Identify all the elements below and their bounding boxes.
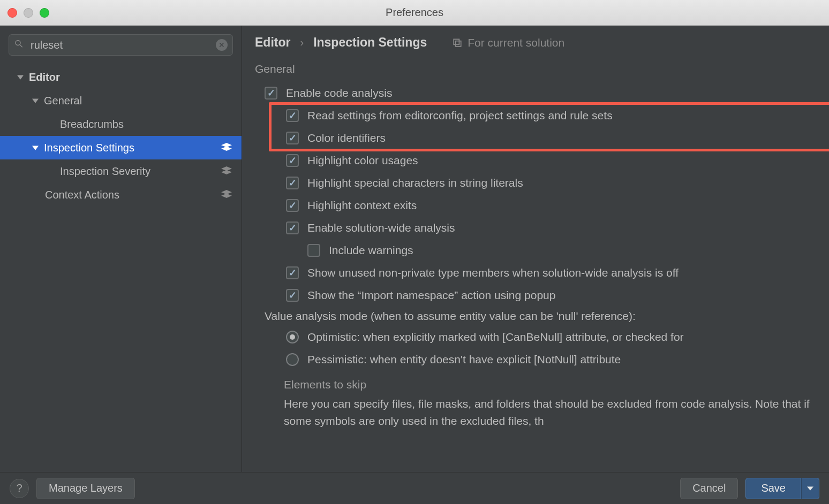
checkbox[interactable]: [286, 199, 299, 212]
checkbox[interactable]: [265, 87, 277, 100]
save-dropdown-button[interactable]: [801, 478, 819, 499]
option-highlight-color-usages[interactable]: Highlight color usages: [265, 149, 829, 172]
tree-label: Inspection Severity: [60, 165, 242, 178]
chevron-down-icon: [807, 486, 813, 491]
checkbox[interactable]: [286, 132, 299, 144]
cancel-button[interactable]: Cancel: [680, 478, 738, 499]
tree-item-breadcrumbs[interactable]: Breadcrumbs: [0, 112, 242, 136]
content-area: ✕ Editor General Breadcrumbs Inspection …: [0, 26, 829, 472]
option-read-settings-editorconfig[interactable]: Read settings from editorconfig, project…: [265, 104, 829, 127]
save-split-button: Save: [745, 478, 819, 499]
section-title: General: [255, 63, 829, 75]
option-import-namespace-popup[interactable]: Show the “Import namespace” action using…: [265, 284, 829, 307]
titlebar: Preferences: [0, 0, 829, 26]
value-analysis-label: Value analysis mode (when to assume enti…: [265, 310, 829, 323]
layers-icon: [221, 165, 232, 178]
help-button[interactable]: ?: [10, 479, 29, 498]
chevron-down-icon: [30, 97, 41, 104]
svg-point-0: [16, 41, 20, 45]
option-enable-code-analysis[interactable]: Enable code analysis: [265, 82, 829, 104]
window-title: Preferences: [0, 6, 829, 19]
option-label: Highlight special characters in string l…: [307, 177, 523, 189]
tree-item-inspection-settings[interactable]: Inspection Settings: [0, 136, 242, 159]
chevron-down-icon: [15, 74, 26, 80]
main-panel: Editor › Inspection Settings For current…: [242, 26, 829, 472]
svg-rect-2: [454, 39, 459, 44]
tree-label: Context Actions: [45, 189, 242, 201]
close-window-button[interactable]: [7, 8, 17, 18]
option-enable-swa[interactable]: Enable solution-wide analysis: [265, 217, 829, 239]
tree-label: Inspection Settings: [44, 142, 242, 154]
sidebar: ✕ Editor General Breadcrumbs Inspection …: [0, 26, 242, 472]
checkbox[interactable]: [307, 244, 320, 257]
options-group: Enable code analysis Read settings from …: [265, 82, 829, 429]
breadcrumb: Editor › Inspection Settings For current…: [255, 35, 829, 50]
clear-search-button[interactable]: ✕: [216, 39, 228, 51]
radio-pessimistic[interactable]: Pessimistic: when entity doesn't have ex…: [265, 348, 829, 371]
search-icon: [14, 39, 24, 51]
elements-to-skip-text: Here you can specify files, file masks, …: [284, 395, 829, 429]
elements-to-skip-title: Elements to skip: [284, 378, 829, 391]
option-color-identifiers[interactable]: Color identifiers: [265, 127, 829, 149]
copy-icon: [453, 38, 462, 48]
zoom-window-button[interactable]: [40, 8, 49, 18]
option-include-warnings[interactable]: Include warnings: [265, 239, 829, 262]
radio-optimistic[interactable]: Optimistic: when explicitly marked with …: [265, 326, 829, 348]
checkbox[interactable]: [286, 154, 299, 167]
option-label: Include warnings: [329, 244, 413, 257]
layers-icon: [221, 189, 232, 201]
traffic-lights: [7, 8, 49, 18]
option-show-unused-members[interactable]: Show unused non-private type members whe…: [265, 262, 829, 284]
checkbox[interactable]: [286, 266, 299, 279]
tree-item-context-actions[interactable]: Context Actions: [0, 183, 242, 207]
option-label: Pessimistic: when entity doesn't have ex…: [307, 353, 621, 366]
breadcrumb-item[interactable]: Editor: [255, 35, 290, 50]
option-label: Highlight context exits: [307, 199, 417, 212]
breadcrumb-item: Inspection Settings: [313, 35, 427, 50]
option-label: Read settings from editorconfig, project…: [307, 109, 613, 122]
tree-label: Breadcrumbs: [60, 118, 242, 131]
search-field-wrap: ✕: [9, 34, 233, 56]
minimize-window-button[interactable]: [24, 8, 33, 18]
option-label: Enable solution-wide analysis: [307, 222, 455, 234]
chevron-right-icon: ›: [300, 36, 304, 49]
tree-label: General: [44, 95, 242, 107]
option-label: Show the “Import namespace” action using…: [307, 289, 555, 302]
save-button[interactable]: Save: [745, 478, 801, 499]
manage-layers-button[interactable]: Manage Layers: [36, 478, 135, 499]
tree-label: Editor: [29, 71, 242, 83]
option-label: Color identifiers: [307, 132, 386, 144]
svg-rect-3: [456, 41, 461, 46]
chevron-down-icon: [30, 144, 41, 151]
layers-icon: [221, 142, 232, 154]
option-highlight-special-chars[interactable]: Highlight special characters in string l…: [265, 172, 829, 194]
settings-tree: Editor General Breadcrumbs Inspection Se…: [0, 62, 242, 472]
scope-indicator[interactable]: For current solution: [453, 36, 564, 49]
tree-item-inspection-severity[interactable]: Inspection Severity: [0, 159, 242, 183]
scope-label: For current solution: [468, 36, 564, 49]
checkbox[interactable]: [286, 289, 299, 302]
option-highlight-context-exits[interactable]: Highlight context exits: [265, 194, 829, 217]
option-label: Optimistic: when explicitly marked with …: [307, 331, 684, 343]
checkbox[interactable]: [286, 177, 299, 189]
radio[interactable]: [286, 353, 299, 366]
option-label: Highlight color usages: [307, 154, 418, 167]
search-input[interactable]: [9, 34, 233, 56]
tree-item-general[interactable]: General: [0, 89, 242, 112]
tree-item-editor[interactable]: Editor: [0, 65, 242, 89]
checkbox[interactable]: [286, 222, 299, 234]
footer: ? Manage Layers Cancel Save: [0, 472, 829, 504]
option-label: Show unused non-private type members whe…: [307, 266, 679, 279]
checkbox[interactable]: [286, 109, 299, 122]
svg-line-1: [20, 45, 22, 48]
radio[interactable]: [286, 331, 299, 343]
option-label: Enable code analysis: [286, 87, 392, 100]
